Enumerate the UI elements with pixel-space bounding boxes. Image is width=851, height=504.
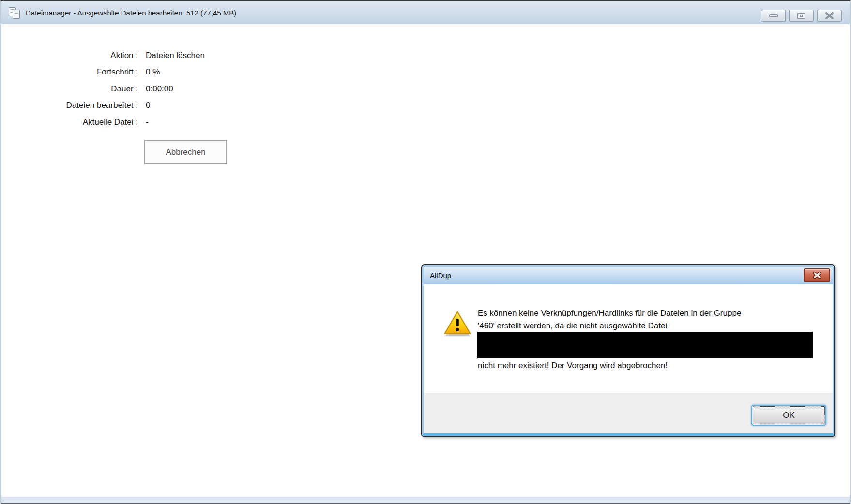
documents-copy-icon [8, 6, 21, 20]
dialog-message-line2: '460' erstellt werden, da die nicht ausg… [478, 320, 667, 332]
dialog-body: Es können keine Verknüpfungen/Hardlinks … [424, 285, 833, 433]
window-controls [761, 10, 842, 22]
field-value: - [146, 118, 149, 127]
form-row-fortschritt: Fortschritt : 0 % [1, 66, 243, 78]
field-label: Dauer : [1, 84, 138, 94]
dialog-title: AllDup [430, 271, 451, 280]
alldup-message-dialog: AllDup [421, 264, 835, 437]
field-label: Aktuelle Datei : [1, 118, 138, 127]
dialog-titlebar[interactable]: AllDup [424, 267, 833, 284]
form-row-aktion: Aktion : Dateien löschen [1, 50, 243, 61]
minimize-button[interactable] [761, 10, 786, 22]
close-icon [812, 272, 822, 279]
dialog-message-line3: nicht mehr existiert! Der Vorgang wird a… [478, 359, 668, 372]
warning-triangle-icon [443, 309, 472, 341]
form-row-aktuelle-datei: Aktuelle Datei : - [1, 117, 243, 128]
field-value: 0 [146, 101, 150, 110]
maximize-button[interactable] [789, 10, 814, 22]
ok-button[interactable]: OK [751, 405, 826, 426]
close-button[interactable] [817, 10, 842, 22]
window-bottom-border [1, 497, 850, 504]
field-label: Aktion : [1, 51, 138, 60]
redacted-file-path [477, 332, 813, 358]
file-manager-window: Dateimanager - Ausgewählte Dateien bearb… [0, 0, 851, 504]
ok-button-label: OK [753, 406, 825, 424]
cancel-button[interactable]: Abbrechen [144, 140, 227, 164]
maximize-icon [797, 13, 805, 19]
dialog-message-line1: Es können keine Verknüpfungen/Hardlinks … [478, 307, 741, 320]
form-row-dauer: Dauer : 0:00:00 [1, 83, 243, 95]
field-value: Dateien löschen [146, 51, 205, 60]
window-title: Dateimanager - Ausgewählte Dateien bearb… [26, 9, 236, 17]
dialog-footer: OK [424, 393, 833, 433]
field-label: Dateien bearbeitet : [1, 101, 138, 110]
close-icon [825, 12, 834, 19]
field-label: Fortschritt : [1, 67, 138, 77]
dialog-close-button[interactable] [804, 268, 830, 282]
window-titlebar[interactable]: Dateimanager - Ausgewählte Dateien bearb… [1, 1, 850, 24]
form-row-dateien-bearbeitet: Dateien bearbeitet : 0 [1, 100, 243, 111]
field-value: 0:00:00 [146, 84, 173, 94]
minimize-icon [769, 14, 778, 17]
dialog-frame: AllDup [422, 265, 834, 436]
field-value: 0 % [146, 67, 160, 77]
